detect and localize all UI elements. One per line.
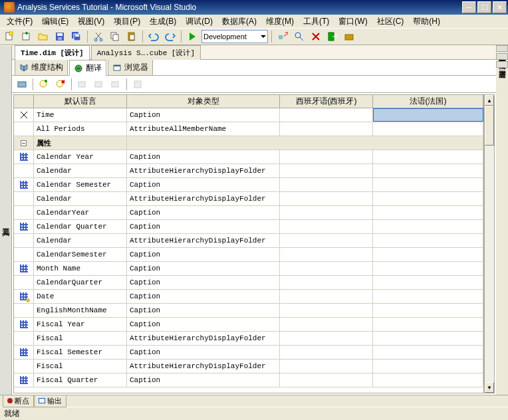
new-translation-button[interactable]	[37, 77, 51, 92]
toolbox-button[interactable]	[342, 29, 356, 44]
row-type[interactable]: Caption	[127, 248, 280, 261]
menu-window[interactable]: 窗口(W)	[334, 15, 371, 28]
row-type[interactable]: Caption	[127, 373, 280, 387]
row-name[interactable]: Fiscal Quarter	[34, 373, 127, 387]
row-name[interactable]: Date	[34, 290, 127, 303]
scroll-thumb[interactable]	[485, 106, 494, 146]
row-name[interactable]: Fiscal	[34, 360, 127, 373]
header-spanish[interactable]: 西班牙语(西班牙)	[280, 95, 373, 108]
row-spanish[interactable]	[280, 150, 373, 163]
row-spanish[interactable]	[280, 318, 373, 331]
row-spanish[interactable]	[280, 346, 373, 359]
row-french[interactable]	[373, 192, 483, 205]
row-type[interactable]: Caption	[127, 304, 280, 317]
vertical-scrollbar[interactable]: ▲ ▼	[484, 94, 495, 393]
header-object-type[interactable]: 对象类型	[127, 95, 280, 108]
row-french[interactable]	[373, 248, 483, 261]
menu-build[interactable]: 生成(B)	[146, 15, 180, 28]
delete-translation-button[interactable]	[53, 77, 68, 92]
header-french[interactable]: 法语(法国)	[373, 95, 483, 108]
toolbox-tab[interactable]: 工具箱	[0, 45, 12, 395]
new-project-button[interactable]	[3, 29, 17, 44]
table-row[interactable]: CalendarAttributeHierarchyDisplayFolder	[14, 192, 483, 206]
row-name[interactable]: Fiscal Semester	[34, 346, 127, 359]
tab-dimension-structure[interactable]: 维度结构	[15, 59, 68, 75]
row-spanish[interactable]	[280, 178, 373, 191]
table-row[interactable]: DateCaption	[14, 290, 483, 304]
row-name[interactable]: Calendar Quarter	[34, 220, 127, 233]
row-name[interactable]: Calendar Semester	[34, 178, 127, 191]
breakpoints-tab[interactable]: 断点	[3, 395, 34, 407]
row-type[interactable]: Caption	[127, 220, 280, 233]
row-spanish[interactable]	[280, 248, 373, 261]
menu-view[interactable]: 视图(V)	[74, 15, 108, 28]
row-name[interactable]: EnglishMonthName	[34, 304, 127, 317]
close-button[interactable]: ✕	[493, 1, 507, 13]
cut-button[interactable]	[91, 29, 106, 44]
row-french[interactable]	[373, 150, 483, 163]
table-row[interactable]: FiscalAttributeHierarchyDisplayFolder	[14, 332, 483, 346]
row-spanish[interactable]	[280, 304, 373, 317]
row-french[interactable]	[373, 304, 483, 317]
row-type[interactable]: Caption	[127, 108, 280, 122]
table-row[interactable]: CalendarAttributeHierarchyDisplayFolder	[14, 164, 483, 178]
row-french[interactable]	[373, 108, 483, 122]
row-type[interactable]: Caption	[127, 276, 280, 289]
menu-help[interactable]: 帮助(H)	[409, 15, 444, 28]
new-caption-button[interactable]	[75, 77, 90, 92]
table-row[interactable]: Calendar SemesterCaption	[14, 178, 483, 192]
row-name[interactable]: 属性	[34, 136, 127, 150]
row-type[interactable]: AttributeHierarchyDisplayFolder	[127, 192, 280, 205]
table-row[interactable]: Fiscal SemesterCaption	[14, 346, 483, 360]
scroll-down-button[interactable]: ▼	[485, 382, 494, 393]
row-type[interactable]: Caption	[127, 206, 280, 219]
row-french[interactable]	[373, 178, 483, 191]
row-french[interactable]	[373, 122, 483, 136]
save-all-button[interactable]	[69, 29, 84, 44]
tab-cube[interactable]: Analysis S….cube [设计]	[91, 45, 201, 60]
redo-button[interactable]	[163, 29, 178, 44]
tab-time-dim[interactable]: Time.dim [设计]	[15, 45, 90, 60]
scroll-up-button[interactable]: ▲	[485, 95, 494, 106]
minimize-button[interactable]: ─	[462, 1, 476, 13]
row-name[interactable]: Fiscal	[34, 332, 127, 345]
row-spanish[interactable]	[280, 192, 373, 205]
tab-browser[interactable]: 浏览器	[108, 59, 153, 75]
row-type[interactable]: AttributeHierarchyDisplayFolder	[127, 164, 280, 177]
menu-project[interactable]: 项目(P)	[110, 15, 144, 28]
row-spanish[interactable]	[280, 332, 373, 345]
row-spanish[interactable]	[280, 234, 373, 247]
row-spanish[interactable]	[280, 164, 373, 177]
row-name[interactable]: Calendar	[34, 192, 127, 205]
deploy-button[interactable]	[275, 29, 290, 44]
row-french[interactable]	[373, 220, 483, 233]
solution-explorer-tab[interactable]: 解决方案资源管理器	[496, 45, 508, 52]
row-type[interactable]: Caption	[127, 318, 280, 331]
menu-community[interactable]: 社区(C)	[373, 15, 408, 28]
row-name[interactable]: CalendarQuarter	[34, 276, 127, 289]
copy-button[interactable]	[108, 29, 122, 44]
row-french[interactable]	[373, 360, 483, 373]
row-type[interactable]: Caption	[127, 178, 280, 191]
row-name[interactable]: Month Name	[34, 262, 127, 275]
table-row[interactable]: FiscalAttributeHierarchyDisplayFolder	[14, 360, 483, 373]
table-row[interactable]: EnglishMonthNameCaption	[14, 304, 483, 318]
row-type[interactable]: AttributeHierarchyDisplayFolder	[127, 360, 280, 373]
tab-translations[interactable]: 翻译	[69, 60, 106, 76]
row-type[interactable]: AttributeHierarchyDisplayFolder	[127, 332, 280, 345]
row-french[interactable]	[373, 332, 483, 345]
table-row[interactable]: CalendarYearCaption	[14, 206, 483, 220]
row-name[interactable]: Fiscal Year	[34, 318, 127, 331]
properties-button[interactable]	[309, 29, 323, 44]
row-name[interactable]: Calendar Year	[34, 150, 127, 163]
menu-edit[interactable]: 编辑(E)	[38, 15, 72, 28]
properties-tab[interactable]: 属性	[496, 53, 508, 60]
row-type[interactable]: AttributeHierarchyDisplayFolder	[127, 234, 280, 247]
row-spanish[interactable]	[280, 108, 373, 122]
row-french[interactable]	[373, 290, 483, 303]
menu-tools[interactable]: 工具(T)	[299, 15, 333, 28]
header-icon-col[interactable]	[14, 95, 34, 108]
config-combo[interactable]: Development	[201, 30, 268, 43]
row-spanish[interactable]	[280, 276, 373, 289]
row-spanish[interactable]	[280, 220, 373, 233]
